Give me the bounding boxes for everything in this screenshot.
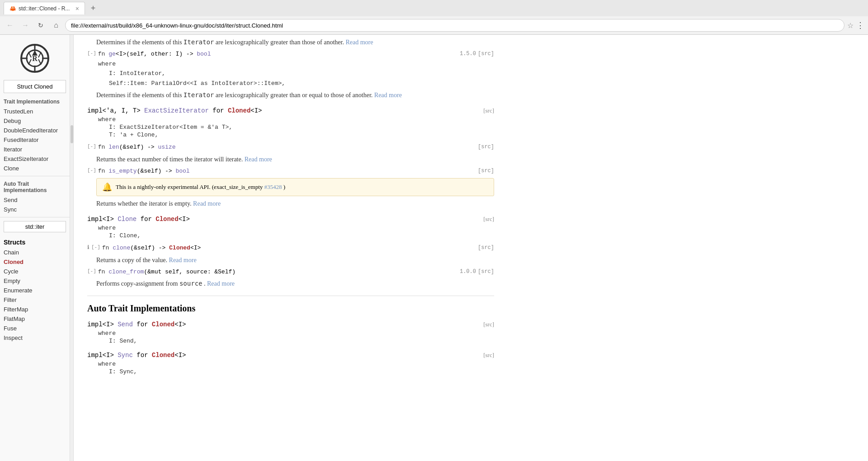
- sidebar-divider-1: [0, 176, 70, 176]
- intro-text-1: Determines if the elements of this: [96, 39, 184, 46]
- len-read-more-link[interactable]: Read more: [245, 156, 272, 163]
- sidebar-item-clone[interactable]: Clone: [0, 164, 70, 173]
- exact-i-constraint: I: ExactSizeIterator<Item = &'a T>,: [109, 124, 494, 131]
- sidebar-item-chain[interactable]: Chain: [0, 248, 70, 257]
- exact-impl-code: impl<'a, I, T> ExactSizeIterator for Clo…: [87, 107, 262, 114]
- sync-impl-header: impl<I> Sync for Cloned<I> [src]: [87, 352, 494, 359]
- send-i-constraint: I: Send,: [109, 338, 494, 344]
- clone-from-description: Performs copy-assignment from source . R…: [96, 279, 494, 288]
- ge-desc-text: Determines if the elements of this: [96, 92, 184, 99]
- sidebar-item-fusediterator[interactable]: FusedIterator: [0, 135, 70, 145]
- is-empty-fn-line: [-] fn is_empty(&self) -> bool [src]: [87, 167, 494, 176]
- menu-button[interactable]: ⋮: [856, 20, 864, 30]
- sidebar-item-doubleendediterator[interactable]: DoubleEndedIterator: [0, 126, 70, 135]
- home-button[interactable]: ⌂: [50, 19, 62, 32]
- ge-description: Determines if the elements of this Itera…: [96, 90, 494, 100]
- ge-collapse-btn[interactable]: [-]: [87, 50, 96, 57]
- clone-from-function-block: [-] fn clone_from(&mut self, source: &Se…: [87, 268, 494, 277]
- sidebar-item-flatmap[interactable]: FlatMap: [0, 314, 70, 324]
- forward-button[interactable]: →: [19, 19, 32, 32]
- len-fn-line: [-] fn len(&self) -> usize [src]: [87, 143, 494, 152]
- sidebar-item-enumerate[interactable]: Enumerate: [0, 286, 70, 295]
- ge-read-more-link[interactable]: Read more: [374, 92, 402, 99]
- is-empty-src-link[interactable]: [src]: [478, 167, 494, 175]
- sidebar-item-cycle[interactable]: Cycle: [0, 267, 70, 276]
- tab-bar: 🦀 std::iter::Cloned - R... × +: [0, 0, 868, 16]
- send-impl-code: impl<I> Send for Cloned<I>: [87, 321, 186, 328]
- sidebar-item-trustedlen[interactable]: TrustedLen: [0, 107, 70, 116]
- bookmark-button[interactable]: ☆: [847, 21, 854, 30]
- len-description: Returns the exact number of times the it…: [96, 155, 494, 164]
- clone-collapse-btn[interactable]: [-]: [91, 244, 100, 251]
- len-fn-code: fn len(&self) -> usize: [98, 143, 176, 152]
- active-tab[interactable]: 🦀 std::iter::Cloned - R... ×: [4, 2, 85, 14]
- experimental-link[interactable]: #35428: [264, 183, 282, 190]
- sidebar-scrollbar[interactable]: [70, 35, 74, 461]
- new-tab-button[interactable]: +: [87, 2, 99, 14]
- len-src-link[interactable]: [src]: [478, 143, 494, 151]
- intro-read-more-link[interactable]: Read more: [345, 39, 373, 46]
- clone-fn-code: fn clone(&self) -> Cloned<I>: [102, 244, 201, 253]
- struct-cloned-button[interactable]: Struct Cloned: [4, 80, 66, 93]
- exact-src-link[interactable]: [src]: [483, 107, 494, 114]
- is-empty-collapse-btn[interactable]: [-]: [87, 167, 96, 174]
- sidebar-divider-2: [0, 217, 70, 217]
- sidebar-item-fuse[interactable]: Fuse: [0, 324, 70, 333]
- rust-logo: R: [0, 38, 70, 80]
- clone-from-src-link[interactable]: [src]: [478, 268, 494, 276]
- clone-from-read-more-link[interactable]: Read more: [207, 280, 235, 287]
- clone-fn-src-link[interactable]: [src]: [478, 244, 494, 252]
- sidebar-item-sync[interactable]: Sync: [0, 205, 70, 214]
- send-src-link[interactable]: [src]: [483, 321, 494, 328]
- clone-function-block: ℹ [-] fn clone(&self) -> Cloned<I> [src]: [87, 244, 494, 253]
- ge-version: 1.5.0: [460, 50, 476, 58]
- sync-where: where: [98, 361, 494, 367]
- ge-function-block: [-] fn ge<I>(self, other: I) -> bool 1.5…: [87, 50, 494, 88]
- trait-impl-title: Trait Implementations: [0, 97, 70, 107]
- clone-src-link[interactable]: [src]: [483, 216, 494, 223]
- clone-from-source-code: source: [179, 280, 203, 287]
- len-function-block: [-] fn len(&self) -> usize [src]: [87, 143, 494, 152]
- sidebar-item-inspect[interactable]: Inspect: [0, 333, 70, 343]
- sidebar-item-send[interactable]: Send: [0, 195, 70, 205]
- main-content: Determines if the elements of this Itera…: [74, 35, 868, 461]
- is-empty-function-block: [-] fn is_empty(&self) -> bool [src]: [87, 167, 494, 176]
- tab-close-button[interactable]: ×: [75, 5, 79, 12]
- clone-impl-code: impl<I> Clone for Cloned<I>: [87, 216, 190, 223]
- auto-trait-divider: [87, 296, 494, 296]
- clone-from-collapse-btn[interactable]: [-]: [87, 268, 96, 275]
- sidebar-item-iterator[interactable]: Iterator: [0, 145, 70, 154]
- ge-src-link[interactable]: [src]: [478, 50, 494, 58]
- module-button[interactable]: std::iter: [4, 221, 66, 232]
- sidebar-item-cloned[interactable]: Cloned: [0, 257, 70, 267]
- tab-title: std::iter::Cloned - R...: [19, 5, 73, 12]
- address-bar: ← → ↻ ⌂ ☆ ⋮: [0, 16, 868, 34]
- exact-where: where: [98, 116, 494, 123]
- sidebar-item-exactsizeiterator[interactable]: ExactSizeIterator: [0, 154, 70, 164]
- content-inner: Determines if the elements of this Itera…: [87, 38, 494, 375]
- tab-favicon: 🦀: [9, 5, 16, 12]
- sidebar-item-filtermap[interactable]: FilterMap: [0, 305, 70, 314]
- experimental-icon: 🔔: [102, 182, 112, 192]
- clone-from-fn-line: [-] fn clone_from(&mut self, source: &Se…: [87, 268, 494, 277]
- back-button[interactable]: ←: [4, 19, 16, 32]
- clone-from-version: 1.0.0: [460, 268, 476, 276]
- clone-read-more-link[interactable]: Read more: [169, 257, 197, 263]
- clone-from-fn-code: fn clone_from(&mut self, source: &Self): [98, 268, 236, 277]
- ge-mid-text: are lexicographically greater than or eq…: [216, 92, 373, 99]
- address-input[interactable]: [65, 19, 844, 32]
- experimental-text: This is a nightly-only experimental API.…: [116, 183, 285, 191]
- is-empty-read-more-link[interactable]: Read more: [193, 200, 221, 207]
- clone-description: Returns a copy of the value. Read more: [96, 255, 494, 265]
- sync-src-link[interactable]: [src]: [483, 352, 494, 359]
- sidebar-item-filter[interactable]: Filter: [0, 295, 70, 305]
- clone-fn-line: ℹ [-] fn clone(&self) -> Cloned<I> [src]: [87, 244, 494, 253]
- ge-where: where: [98, 60, 494, 69]
- sidebar-item-debug[interactable]: Debug: [0, 116, 70, 126]
- intro-iterator-type: Iterator: [184, 38, 214, 46]
- reload-button[interactable]: ↻: [34, 19, 47, 32]
- exact-t-constraint: T: 'a + Clone,: [109, 132, 494, 138]
- clone-impl-header: impl<I> Clone for Cloned<I> [src]: [87, 216, 494, 223]
- len-collapse-btn[interactable]: [-]: [87, 143, 96, 151]
- sidebar-item-empty[interactable]: Empty: [0, 276, 70, 286]
